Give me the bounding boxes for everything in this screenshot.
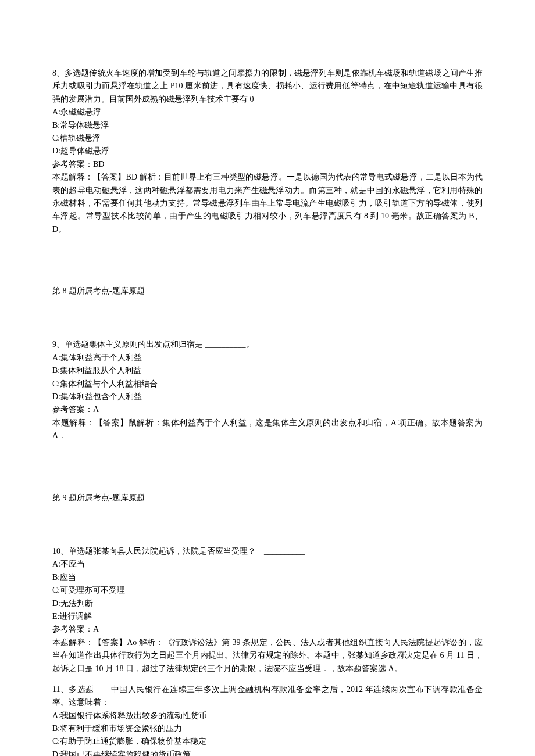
q8-option-a: A:永磁磁悬浮 [52, 106, 483, 119]
q10-stem: 10、单选题张某向县人民法院起诉，法院是否应当受理？ __________ [52, 545, 483, 558]
q10-option-b: B:应当 [52, 571, 483, 584]
document-page: 8、多选题传统火车速度的增加受到车轮与轨道之间摩擦力的限制，磁悬浮列车则是依靠机… [0, 0, 535, 756]
question-9: 9、单选题集体主义原则的出发点和归宿是 __________。 A:集体利益高于… [52, 338, 483, 442]
q11-option-d: D:我国已不再继续实施稳健的货币政策 [52, 748, 483, 756]
q11-option-c: C:有助于防止通货膨胀，确保物价基本稳定 [52, 735, 483, 748]
q10-option-d: D:无法判断 [52, 597, 483, 610]
question-8: 8、多选题传统火车速度的增加受到车轮与轨道之间摩擦力的限制，磁悬浮列车则是依靠机… [52, 67, 483, 236]
q8-option-c: C:槽轨磁悬浮 [52, 132, 483, 145]
q8-topic: 第 8 题所属考点-题库原题 [52, 285, 483, 298]
q11-option-a: A:我国银行体系将释放出较多的流动性货币 [52, 710, 483, 722]
q8-stem: 8、多选题传统火车速度的增加受到车轮与轨道之间摩擦力的限制，磁悬浮列车则是依靠机… [52, 67, 483, 106]
q9-stem: 9、单选题集体主义原则的出发点和归宿是 __________。 [52, 338, 483, 351]
q10-answer-label: 参考答案：A [52, 623, 483, 636]
q9-option-c: C:集体利益与个人利益相结合 [52, 378, 483, 390]
q9-explanation: 本题解释：【答案】鼠解析：集体利益高于个人利益，这是集体主义原则的出发点和归宿，… [52, 417, 483, 443]
q11-stem: 11、多选题 中国人民银行在连续三年多次上调金融机构存款准备金率之后，2012 … [52, 683, 483, 710]
q8-answer-label: 参考答案：BD [52, 158, 483, 171]
q10-option-a: A:不应当 [52, 558, 483, 571]
q8-explanation: 本题解释：【答案】BD 解析：目前世界上有三种类型的磁悬浮。一是以德国为代表的常… [52, 171, 483, 236]
spacer [52, 244, 483, 285]
spacer [52, 451, 483, 492]
q10-option-c: C:可受理亦可不受理 [52, 584, 483, 597]
q8-option-b: B:常导体磁悬浮 [52, 119, 483, 132]
q10-option-e: E:进行调解 [52, 610, 483, 623]
q9-option-b: B:集体利益服从个人利益 [52, 364, 483, 377]
q10-explanation: 本题解释：【答案】Ao 解析：《行政诉讼法》第 39 条规定，公民、法人或者其他… [52, 636, 483, 675]
q9-topic: 第 9 题所属考点-题库原题 [52, 492, 483, 504]
q9-option-d: D:集体利益包含个人利益 [52, 390, 483, 403]
q9-option-a: A:集体利益高于个人利益 [52, 352, 483, 364]
question-10: 10、单选题张某向县人民法院起诉，法院是否应当受理？ __________ A:… [52, 545, 483, 675]
spacer [52, 504, 483, 545]
q11-option-b: B:将有利于缓和市场资金紧张的压力 [52, 722, 483, 735]
question-11: 11、多选题 中国人民银行在连续三年多次上调金融机构存款准备金率之后，2012 … [52, 683, 483, 756]
q8-option-d: D:超导体磁悬浮 [52, 145, 483, 157]
spacer [52, 298, 483, 338]
q9-answer-label: 参考答案：A [52, 403, 483, 416]
